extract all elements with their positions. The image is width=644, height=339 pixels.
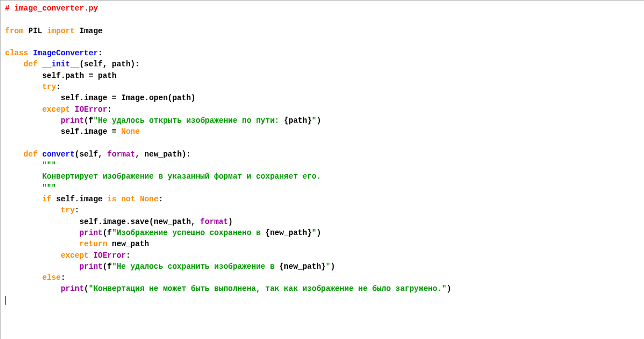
code-token: None [121, 127, 140, 136]
code-line: self.image = Image.open(path) [5, 92, 640, 103]
code-line: """ [5, 182, 640, 194]
code-token [5, 60, 24, 69]
code-token: return [79, 239, 107, 248]
code-line: else: [5, 272, 640, 283]
code-token: : [61, 273, 65, 282]
code-token: "Конвертация не может быть выполнена, та… [89, 284, 446, 293]
code-token [5, 206, 61, 215]
code-line [5, 14, 640, 25]
code-token: (f [102, 262, 112, 271]
code-token: (self, path): [79, 60, 139, 69]
cursor-line [5, 295, 640, 306]
code-token: "Не удалось сохранить изображение в [112, 262, 279, 271]
code-token [5, 251, 61, 260]
code-token: class [5, 49, 28, 58]
code-token: format [200, 217, 228, 226]
code-token: " [326, 262, 330, 271]
code-editor[interactable]: # image_converter.py from PIL import Ima… [0, 0, 644, 339]
code-token: } [321, 262, 325, 271]
code-token [5, 150, 24, 159]
code-token [5, 82, 42, 91]
code-token: except [42, 105, 70, 114]
code-token [5, 195, 42, 204]
code-token: print [79, 228, 102, 237]
code-token [5, 116, 61, 125]
code-token: ImageConverter [33, 49, 98, 58]
code-token: """ [42, 161, 56, 170]
code-token: ( [84, 284, 89, 293]
code-token [38, 150, 42, 159]
code-token: "Изображение успешно сохранено в [112, 228, 265, 237]
code-token: , new_path): [135, 150, 191, 159]
code-line: class ImageConverter: [5, 48, 640, 59]
code-token: self.image [51, 195, 107, 204]
code-line: def convert(self, format, new_path): [5, 149, 640, 160]
code-token: import [47, 27, 75, 35]
code-token: """ [5, 184, 56, 192]
code-token: Image [75, 27, 102, 35]
code-token: is [107, 195, 117, 204]
code-line: self.path = path [5, 70, 640, 81]
code-token: print [61, 116, 84, 125]
text-cursor [5, 296, 6, 305]
code-token: self.image = Image.open(path) [5, 93, 195, 102]
code-token: try [42, 82, 56, 91]
code-token: format [107, 150, 135, 159]
code-token: self.path = path [5, 71, 117, 80]
code-line: # image_converter.py [5, 3, 640, 14]
code-token [38, 60, 42, 69]
code-token: { [284, 116, 288, 125]
code-token [5, 228, 79, 237]
code-token: ) [228, 217, 232, 226]
code-token: convert [42, 150, 75, 159]
code-line [5, 36, 640, 48]
code-token: from [5, 27, 24, 35]
code-line: except IOError: [5, 250, 640, 261]
code-token: if [42, 195, 51, 204]
code-token: __init__ [42, 60, 79, 69]
code-token: " [312, 116, 316, 125]
code-line: self.image = None [5, 126, 640, 137]
code-token [5, 273, 42, 282]
code-line: if self.image is not None: [5, 194, 640, 205]
code-line: self.image.save(new_path, format) [5, 216, 640, 227]
code-token: self.image = [5, 127, 121, 136]
code-token: { [279, 262, 284, 271]
code-token: : [158, 195, 163, 204]
code-token: IOError [75, 105, 107, 114]
code-token [135, 195, 139, 204]
code-token: path [289, 116, 308, 125]
code-line: from PIL import Image [5, 25, 640, 36]
code-token: new_path [107, 239, 149, 248]
code-token: print [61, 284, 84, 293]
code-token: ) [446, 284, 451, 293]
code-token: ) [316, 228, 321, 237]
code-token [5, 284, 61, 293]
code-token: except [61, 251, 89, 260]
code-token: def [24, 150, 38, 159]
code-token: else [42, 273, 61, 282]
code-token: { [266, 228, 270, 237]
code-token: def [24, 60, 38, 69]
code-token: self.image.save(new_path, [5, 217, 200, 226]
code-token: Конвертирует изображение в указанный фор… [5, 172, 321, 181]
code-line: try: [5, 205, 640, 216]
code-token [5, 105, 42, 114]
code-token: try [61, 206, 75, 215]
code-line: print(f"Не удалось открыть изображение п… [5, 115, 640, 126]
code-token: # image_converter.py [5, 4, 98, 13]
code-token: ) [330, 262, 335, 271]
code-line: print(f"Не удалось сохранить изображение… [5, 261, 640, 272]
code-token [89, 251, 93, 260]
code-token: IOError [94, 251, 126, 260]
code-token: ) [316, 116, 321, 125]
code-token: print [79, 262, 102, 271]
code-token: new_path [284, 262, 321, 271]
code-token: } [307, 228, 311, 237]
code-token: : [56, 82, 60, 91]
code-line: """ [5, 160, 640, 171]
code-line [5, 138, 640, 149]
code-token: : [107, 105, 112, 114]
code-line: Конвертирует изображение в указанный фор… [5, 171, 640, 182]
code-token: new_path [270, 228, 307, 237]
